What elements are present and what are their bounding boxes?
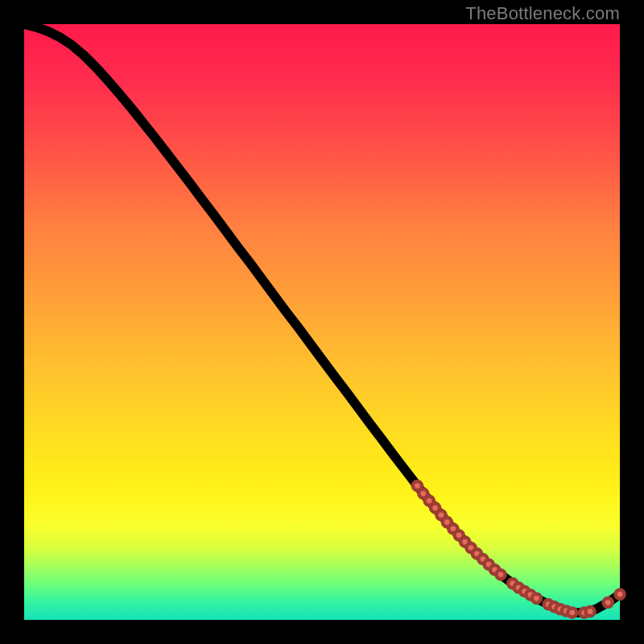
- chart-stage: TheBottleneck.com: [0, 0, 644, 644]
- curve-line: [24, 24, 620, 613]
- marker-group: [413, 481, 625, 617]
- chart-svg: [24, 24, 620, 620]
- data-marker: [568, 609, 576, 617]
- plot-area: [24, 24, 620, 620]
- data-marker: [532, 594, 541, 603]
- data-marker: [496, 570, 505, 579]
- data-marker: [615, 590, 624, 599]
- data-marker: [604, 598, 613, 607]
- data-marker: [585, 607, 594, 616]
- watermark-text: TheBottleneck.com: [465, 3, 620, 24]
